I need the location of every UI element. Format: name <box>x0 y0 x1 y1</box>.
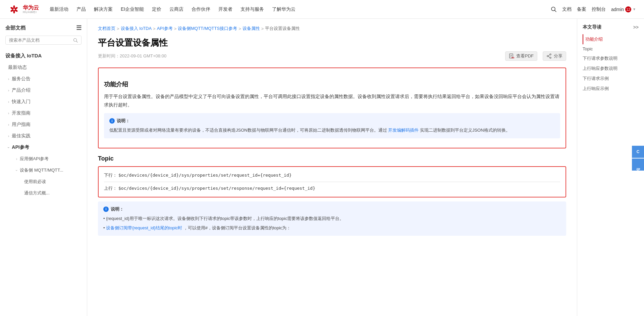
sidebar-item-dev-guide[interactable]: › 开发指南 <box>0 107 87 119</box>
breadcrumb-item-api[interactable]: API参考 <box>157 26 173 32</box>
nav-item-developers[interactable]: 开发者 <box>218 6 232 12</box>
sidebar-item-mqtt-label: 设备侧 MQTT/MQTT... <box>20 167 63 173</box>
sidebar-item-device-mqtt[interactable]: › 设备侧 MQTT/MQTT... <box>5 165 87 176</box>
notification-count: 12 <box>625 6 631 12</box>
nav-item-support[interactable]: 支持与服务 <box>240 6 264 12</box>
subscription-link[interactable]: 设备侧订阅带{request_id}结尾的topic时 <box>106 225 182 230</box>
toc-item-topic[interactable]: Topic <box>583 44 639 53</box>
header-console-link[interactable]: 控制台 <box>592 6 606 12</box>
page-layout: 全部文档 ☰ 设备接入 IoTDA 最新动态 › 服务公告 › 产品介绍 › 快… <box>0 19 644 316</box>
note-text-1a: 低配置且资源受限或者对网络流量有要求的设备，不适合直接构造JSON数据与物联网平… <box>109 128 387 133</box>
float-btn-note[interactable]: 笔 记 <box>632 159 644 171</box>
sidebar-item-comms[interactable]: 通信方式概... <box>11 187 87 199</box>
svg-point-4 <box>13 10 15 13</box>
share-button[interactable]: 分享 <box>543 51 566 61</box>
topic-box: 下行： $oc/devices/{device_id}/sys/properti… <box>98 166 566 197</box>
admin-badge[interactable]: admin 12 ▼ <box>611 6 636 12</box>
breadcrumb-sep-1: > <box>117 26 119 31</box>
sidebar-item-comms-label: 通信方式概... <box>24 190 50 196</box>
sidebar-search-input[interactable] <box>9 38 71 43</box>
view-pdf-button[interactable]: PDF 查看PDF <box>505 51 537 61</box>
breadcrumb-item-home[interactable]: 文档首页 <box>98 26 115 32</box>
codec-plugin-link[interactable]: 开发编解码插件 <box>388 128 419 133</box>
sidebar-item-apiref-label: API参考 <box>12 144 29 150</box>
toc-header: 本文导读 >> <box>583 24 639 30</box>
huawei-logo-icon <box>8 3 20 15</box>
note-box-2: i 说明： • {request_id}用于唯一标识这次请求。设备侧收到下行请求… <box>98 201 566 236</box>
note-bullet-2: ，可以使用#，设备侧订阅平台设置设备属性的topic为： <box>183 225 291 230</box>
toc-item-up-example[interactable]: 上行响应示例 <box>583 84 639 94</box>
pdf-icon: PDF <box>509 53 514 59</box>
svg-point-16 <box>550 54 551 55</box>
breadcrumb-item-iotda[interactable]: 设备接入 IoTDA <box>121 26 152 32</box>
nav-item-about[interactable]: 了解华为云 <box>272 6 296 12</box>
info-icon-2: i <box>103 207 109 212</box>
note-header-2: i 说明： <box>103 206 561 213</box>
all-docs-label[interactable]: 全部文档 <box>5 25 25 31</box>
sidebar-item-announcements-label: 服务公告 <box>12 76 31 82</box>
sidebar-search-box[interactable] <box>5 36 82 45</box>
note-title-1: 说明： <box>117 117 130 125</box>
svg-line-19 <box>548 55 550 56</box>
sidebar-item-bestpractice-label: 最佳实践 <box>12 133 31 139</box>
view-pdf-label: 查看PDF <box>516 53 534 59</box>
toc-item-intro[interactable]: 功能介绍 <box>583 34 639 44</box>
topic-divider <box>104 182 560 182</box>
sidebar-item-userguide-label: 用户指南 <box>12 122 31 128</box>
sidebar-search-icon <box>73 38 78 43</box>
nav-item-products[interactable]: 产品 <box>76 6 86 12</box>
share-icon <box>546 53 552 59</box>
breadcrumb-item-mqtt[interactable]: 设备侧MQTT/MQTTS接口参考 <box>178 26 237 32</box>
svg-point-18 <box>547 55 548 57</box>
nav-item-marketplace[interactable]: 云商店 <box>169 6 183 12</box>
logo[interactable]: 华为云 HUAWEI <box>8 3 39 15</box>
nav-item-ei[interactable]: EI企业智能 <box>121 6 144 12</box>
breadcrumb-sep-2: > <box>153 26 156 31</box>
search-icon[interactable] <box>551 6 557 12</box>
header-icp-link[interactable]: 备案 <box>577 6 586 12</box>
sidebar-sub-mqtt: 使用前必读 通信方式概... <box>5 176 87 199</box>
sidebar-item-product-intro[interactable]: › 产品介绍 <box>0 85 87 96</box>
float-btn-c[interactable]: C <box>632 146 644 158</box>
chevron-right-icon-2: › <box>8 89 9 92</box>
sidebar-item-product-label: 产品介绍 <box>12 87 31 93</box>
share-label: 分享 <box>554 53 562 59</box>
note-content-1: 低配置且资源受限或者对网络流量有要求的设备，不适合直接构造JSON数据与物联网平… <box>109 127 555 134</box>
toc-item-down-example[interactable]: 下行请求示例 <box>583 74 639 84</box>
sidebar-menu-icon[interactable]: ☰ <box>76 24 82 32</box>
toc-item-up-params[interactable]: 上行响应参数说明 <box>583 63 639 74</box>
note-bullet-1: {request_id}用于唯一标识这次请求。设备侧收到下行请求的topic带该… <box>106 216 344 221</box>
sidebar-item-prereading[interactable]: 使用前必读 <box>11 176 87 187</box>
sidebar-item-devguide-label: 开发指南 <box>12 110 31 116</box>
sidebar-item-best-practice[interactable]: › 最佳实践 <box>0 130 87 142</box>
breadcrumb-sep-5: > <box>261 26 264 31</box>
header-docs-link[interactable]: 文档 <box>562 6 572 12</box>
nav-item-partners[interactable]: 合作伙伴 <box>192 6 210 12</box>
page-meta: 更新时间：2022-09-01 GMT+08:00 PDF 查看PDF <box>98 51 566 61</box>
logo-brand: 华为云 <box>23 5 39 11</box>
toc-collapse-icon[interactable]: >> <box>633 25 639 30</box>
breadcrumb-sep-4: > <box>238 26 241 31</box>
nav-item-solutions[interactable]: 解决方案 <box>94 6 113 12</box>
sidebar-item-quickstart[interactable]: › 快速入门 <box>0 96 87 107</box>
admin-name: admin <box>611 7 624 12</box>
sidebar-item-announcements[interactable]: › 服务公告 <box>0 73 87 85</box>
toc-item-down-params[interactable]: 下行请求参数说明 <box>583 53 639 63</box>
sidebar-item-app-api[interactable]: › 应用侧API参考 <box>5 153 87 165</box>
chevron-down-icon: › <box>7 147 10 148</box>
chevron-right-icon-4: › <box>8 111 9 115</box>
sidebar-item-user-guide[interactable]: › 用户指南 <box>0 119 87 130</box>
header-actions: 文档 备案 控制台 admin 12 ▼ <box>551 6 636 12</box>
sidebar-item-prereading-label: 使用前必读 <box>24 179 46 185</box>
chevron-right-icon-5: › <box>8 123 9 127</box>
sidebar-item-quickstart-label: 快速入门 <box>12 99 31 105</box>
sidebar-item-api-ref[interactable]: › API参考 <box>0 142 87 153</box>
float-buttons: C 笔 记 <box>632 146 644 171</box>
breadcrumb-item-props[interactable]: 设备属性 <box>243 26 260 32</box>
note-box-1: i 说明： 低配置且资源受限或者对网络流量有要求的设备，不适合直接构造JSON数… <box>104 113 560 138</box>
page-title: 平台设置设备属性 <box>98 37 566 49</box>
nav-item-pricing[interactable]: 定价 <box>152 6 161 12</box>
nav-item-latest[interactable]: 最新活动 <box>50 6 68 12</box>
svg-point-17 <box>550 57 551 58</box>
sidebar-item-news[interactable]: 最新动态 <box>0 62 87 73</box>
